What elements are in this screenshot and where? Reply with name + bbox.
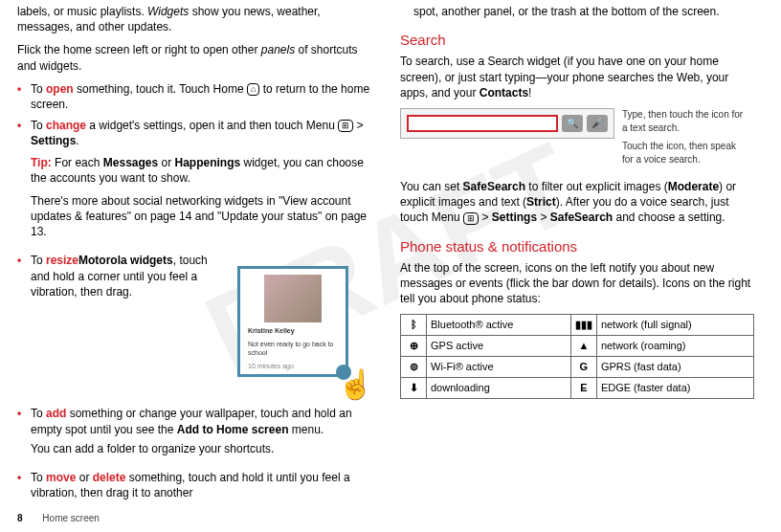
bullet-resize: • Kristine Kelley Not even ready to go b… — [17, 253, 371, 400]
search-bar: 🔍 🎤 — [400, 108, 614, 139]
cell-downloading: downloading — [427, 377, 571, 398]
bullet-move-delete: • To move or delete something, touch and… — [17, 470, 371, 500]
safesearch-paragraph: You can set SafeSearch to filter out exp… — [400, 179, 754, 226]
table-row: ⬇ downloading E EDGE (faster data) — [401, 377, 754, 398]
bluetooth-icon: ᛒ — [401, 315, 427, 336]
move-keyword: move — [46, 471, 76, 484]
search-widget-illustration: 🔍 🎤 Type, then touch the icon for a text… — [400, 108, 754, 171]
motorola-widgets-bold: Motorola widgets — [78, 254, 173, 267]
bullet-text: Kristine Kelley Not even ready to go bac… — [31, 253, 371, 400]
roaming-icon: ▲ — [570, 336, 596, 357]
text: a widget's settings, open it and then to… — [86, 119, 338, 132]
social-paragraph: There's more about social networking wid… — [31, 193, 371, 240]
add-keyword: add — [46, 407, 66, 420]
annotation-voice-search: Touch the icon, then speak for a voice s… — [622, 140, 747, 166]
annotation-text-search: Type, then touch the icon for a text sea… — [622, 108, 747, 134]
page-content: labels, or music playlists. Widgets show… — [0, 0, 781, 506]
mic-icon[interactable]: 🎤 — [587, 115, 608, 132]
text: For each — [52, 156, 103, 169]
bullet-add: • To add something or change your wallpa… — [17, 406, 371, 464]
text: and choose a setting. — [613, 211, 725, 224]
bullet-text: To open something, touch it. Touch Home … — [31, 81, 371, 112]
table-row: ᛒ Bluetooth® active ▮▮▮ network (full si… — [401, 315, 754, 336]
bullet-dot-icon: • — [17, 406, 31, 464]
text: menu. — [288, 423, 324, 436]
download-icon: ⬇ — [401, 377, 427, 398]
search-annotations: Type, then touch the icon for a text sea… — [622, 108, 747, 171]
wifi-icon: ⊚ — [401, 357, 427, 378]
text: To — [31, 407, 46, 420]
search-input[interactable] — [407, 115, 558, 132]
text: Flick the home screen left or right to o… — [17, 43, 261, 56]
edge-icon: E — [570, 377, 596, 398]
contacts-bold: Contacts — [480, 86, 528, 100]
bullet-dot-icon: • — [17, 253, 31, 400]
cell-gps: GPS active — [427, 336, 571, 357]
happenings-bold: Happenings — [175, 156, 241, 169]
change-keyword: change — [46, 119, 86, 132]
settings-bold: Settings — [492, 211, 537, 224]
text: To — [31, 82, 46, 96]
text: labels, or music playlists. — [17, 5, 147, 18]
widget-photo — [264, 275, 322, 322]
table-row: ⊕ GPS active ▲ network (roaming) — [401, 336, 754, 357]
widgets-em: Widgets — [147, 5, 189, 18]
gprs-icon: G — [570, 357, 596, 378]
folder-paragraph: You can add a folder to organize your sh… — [31, 441, 371, 456]
widget-timestamp: 10 minutes ago — [240, 360, 346, 372]
resize-keyword: resize — [46, 254, 78, 267]
bullet-dot-icon: • — [17, 470, 31, 500]
right-column: spot, another panel, or the trash at the… — [400, 0, 754, 506]
text: ! — [528, 86, 531, 100]
left-column: labels, or music playlists. Widgets show… — [17, 0, 371, 506]
search-paragraph: To search, use a Search widget (if you h… — [400, 54, 754, 100]
cell-wifi: Wi-Fi® active — [427, 357, 571, 378]
strict-bold: Strict — [526, 195, 556, 209]
cell-bluetooth: Bluetooth® active — [427, 315, 571, 336]
intro-paragraph-1: labels, or music playlists. Widgets show… — [17, 4, 371, 34]
status-heading: Phone status & notifications — [400, 237, 754, 256]
tip-label: Tip: — [31, 156, 52, 169]
text: > — [353, 119, 363, 132]
text: To — [31, 119, 46, 132]
cell-network-roaming: network (roaming) — [596, 336, 753, 357]
status-icons-table: ᛒ Bluetooth® active ▮▮▮ network (full si… — [400, 314, 754, 398]
text: To search, use a Search widget (if you h… — [400, 55, 728, 99]
signal-icon: ▮▮▮ — [570, 315, 596, 336]
add-to-home-bold: Add to Home screen — [177, 423, 289, 436]
panels-em: panels — [261, 43, 295, 56]
page-number: 8 — [17, 513, 23, 523]
bullet-dot-icon: • — [17, 118, 31, 247]
status-paragraph: At the top of the screen, icons on the l… — [400, 260, 754, 307]
cell-edge: EDGE (faster data) — [596, 377, 753, 398]
intro-paragraph-2: Flick the home screen left or right to o… — [17, 42, 371, 73]
text: > — [537, 211, 550, 224]
search-heading: Search — [400, 31, 754, 50]
bullet-open: • To open something, touch it. Touch Hom… — [17, 81, 371, 112]
text: To — [31, 254, 46, 267]
section-label: Home screen — [42, 513, 99, 523]
moderate-bold: Moderate — [668, 180, 719, 193]
delete-keyword: delete — [93, 471, 126, 484]
hand-icon: ☝ — [338, 366, 373, 405]
bullet-text: To add something or change your wallpape… — [31, 406, 371, 464]
search-icon[interactable]: 🔍 — [562, 115, 583, 132]
bullet-dot-icon: • — [17, 81, 31, 112]
bullet-change: • To change a widget's settings, open it… — [17, 118, 371, 247]
widget-user-name: Kristine Kelley — [240, 324, 346, 337]
widget-frame: Kristine Kelley Not even ready to go bac… — [237, 266, 348, 377]
text: or — [76, 471, 92, 484]
bullet-text: To change a widget's settings, open it a… — [31, 118, 371, 247]
widget-illustration: Kristine Kelley Not even ready to go bac… — [228, 256, 371, 400]
text: . — [76, 134, 78, 147]
table-row: ⊚ Wi-Fi® active G GPRS (fast data) — [401, 357, 754, 378]
gps-icon: ⊕ — [401, 336, 427, 357]
bullet-text: To move or delete something, touch and h… — [31, 470, 371, 500]
text: or — [158, 156, 174, 169]
text: You can set — [400, 180, 463, 193]
safesearch-bold-2: SafeSearch — [550, 211, 613, 224]
menu-icon: ⊞ — [338, 120, 353, 132]
widget-status-text: Not even ready to go back to school — [240, 338, 346, 360]
messages-bold: Messages — [103, 156, 158, 169]
open-keyword: open — [46, 82, 74, 96]
